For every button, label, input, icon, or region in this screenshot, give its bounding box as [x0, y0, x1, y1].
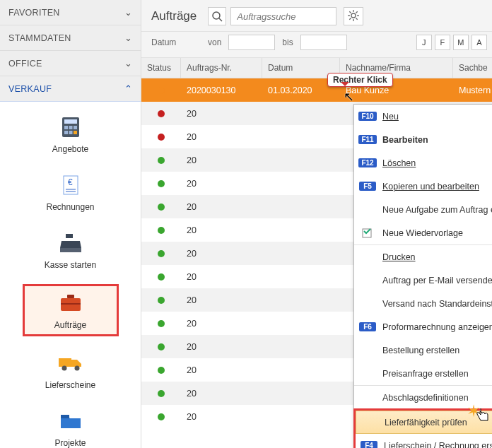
col-sach[interactable]: Sachbe [453, 58, 492, 78]
status-cell [141, 273, 181, 281]
menu-item[interactable]: Drucken▶ [354, 245, 492, 269]
menu-icon-slot: F11 [358, 135, 377, 144]
table-row[interactable]: 202003013001.03.2020Bau KunzeMustern [141, 78, 492, 102]
status-cell [141, 110, 181, 117]
month-button-m[interactable]: M [453, 35, 469, 50]
menu-item[interactable]: Versand nach Standardeinstellung [354, 292, 492, 315]
menu-item[interactable]: Lieferfähigkeit prüfen [356, 411, 492, 434]
menu-item[interactable]: Auftrag per E-Mail versenden [354, 269, 492, 292]
menu-icon-slot: F10 [358, 112, 377, 121]
main-area: Aufträge Datum von bis J F [141, 0, 492, 448]
cell-auftrag: 20 [181, 155, 262, 165]
context-menu: F10NeuF10F11BearbeitenF11F12LöschenF12F5… [353, 104, 492, 448]
cell-auftrag: 20 [181, 319, 262, 329]
col-status[interactable]: Status [141, 58, 181, 78]
svg-rect-17 [59, 358, 71, 367]
fkey-badge: F6 [359, 322, 376, 331]
status-cell [141, 413, 181, 420]
search-icon[interactable] [208, 7, 226, 25]
topbar: Aufträge [141, 0, 492, 32]
sidebar-item-label: Aufträge [54, 320, 86, 330]
sidebar-item-kasse[interactable]: Kasse starten [28, 226, 113, 274]
svg-rect-16 [61, 303, 81, 305]
menu-icon-slot [358, 228, 377, 239]
status-dot-icon [158, 110, 165, 117]
menu-item[interactable]: F6Proformarechnung anzeigenF6 [354, 315, 492, 338]
menu-item[interactable]: F10NeuF10 [354, 105, 492, 128]
col-auftrag[interactable]: Auftrags-Nr. [181, 58, 262, 78]
svg-line-28 [350, 11, 351, 13]
sidebar-item-auftraege[interactable]: Aufträge [23, 284, 119, 336]
sidebar: FAVORITEN ⌄ STAMMDATEN ⌄ OFFICE ⌄ VERKAU… [0, 0, 141, 448]
status-dot-icon [158, 87, 165, 94]
sidebar-section-favoriten[interactable]: FAVORITEN ⌄ [0, 0, 141, 25]
svg-rect-13 [60, 248, 81, 252]
cell-auftrag: 20 [181, 179, 262, 189]
status-cell [141, 157, 181, 164]
svg-point-18 [62, 366, 66, 371]
menu-item-label: Auftrag per E-Mail versenden [382, 276, 492, 285]
sidebar-section-verkauf[interactable]: VERKAUF ⌃ [0, 76, 141, 102]
menu-item-label: Neue Aufgabe zum Auftrag erstellen [382, 205, 492, 215]
date-to-input[interactable] [300, 35, 347, 50]
settings-button[interactable] [344, 7, 363, 25]
sidebar-section-label: OFFICE [8, 59, 124, 69]
menu-item-label: Lieferfähigkeit prüfen [385, 418, 492, 428]
month-button-j[interactable]: J [416, 35, 432, 50]
svg-rect-4 [74, 126, 77, 129]
sidebar-section-label: FAVORITEN [8, 8, 124, 18]
sidebar-item-rechnungen[interactable]: € Rechnungen [28, 168, 113, 216]
month-button-f[interactable]: F [435, 35, 450, 50]
sidebar-item-angebote[interactable]: Angebote [28, 110, 113, 158]
svg-line-22 [219, 18, 222, 21]
reminder-icon [362, 228, 373, 239]
month-button-a[interactable]: A [472, 35, 487, 50]
svg-rect-2 [64, 126, 68, 129]
status-cell [141, 250, 181, 257]
menu-item[interactable]: F11BearbeitenF11 [354, 128, 492, 151]
menu-item[interactable]: Abschlagsdefinitionen [354, 386, 492, 409]
sidebar-section-office[interactable]: OFFICE ⌄ [0, 51, 141, 76]
menu-item[interactable]: F5Kopieren und bearbeitenF5 [354, 175, 492, 198]
sidebar-section-label: STAMMDATEN [8, 33, 124, 43]
menu-item[interactable]: Neue Wiedervorlage [354, 221, 492, 244]
menu-item[interactable]: Bestellung erstellen [354, 338, 492, 362]
to-label: bis [282, 37, 293, 47]
menu-item[interactable]: Neue Aufgabe zum Auftrag erstellen [354, 198, 492, 221]
status-dot-icon [158, 297, 165, 304]
status-dot-icon [158, 367, 165, 374]
status-dot-icon [158, 320, 165, 327]
svg-rect-14 [67, 295, 74, 298]
menu-item-label: Abschlagsdefinitionen [382, 393, 492, 403]
cell-auftrag: 20 [181, 249, 262, 259]
menu-item[interactable]: Preisanfrage erstellen [354, 362, 492, 385]
sidebar-item-label: Angebote [52, 144, 88, 154]
status-dot-icon [158, 134, 165, 141]
status-cell [141, 343, 181, 350]
menu-item-label: Versand nach Standardeinstellung [382, 299, 492, 309]
cell-auftrag: 20 [181, 412, 262, 422]
cursor-arrow-icon: ↖ [344, 89, 354, 105]
date-label: Datum [151, 37, 201, 47]
sidebar-item-lieferscheine[interactable]: Lieferscheine [28, 346, 113, 394]
svg-rect-12 [66, 234, 73, 238]
chevron-down-icon: ⌄ [124, 58, 132, 69]
menu-item[interactable]: F12LöschenF12 [354, 151, 492, 175]
calculator-icon [57, 114, 85, 140]
sidebar-section-stammdaten[interactable]: STAMMDATEN ⌄ [0, 25, 141, 51]
sidebar-item-projekte[interactable]: Projekte [28, 404, 113, 448]
status-dot-icon [158, 227, 165, 234]
status-cell [141, 367, 181, 374]
briefcase-icon [57, 290, 85, 316]
svg-line-31 [350, 18, 351, 19]
svg-point-23 [351, 13, 356, 18]
chevron-down-icon: ⌄ [124, 33, 132, 43]
cell-auftrag: 20 [181, 295, 262, 305]
svg-rect-20 [61, 415, 69, 418]
menu-item[interactable]: F4Lieferschein / Rechnung erstellenF4 [356, 434, 492, 448]
cell-auftrag: 20 [181, 109, 262, 119]
date-from-input[interactable] [228, 35, 275, 50]
menu-item-label: Bestellung erstellen [382, 346, 492, 355]
menu-item-label: Bearbeiten [382, 135, 492, 145]
search-input[interactable] [230, 7, 336, 25]
